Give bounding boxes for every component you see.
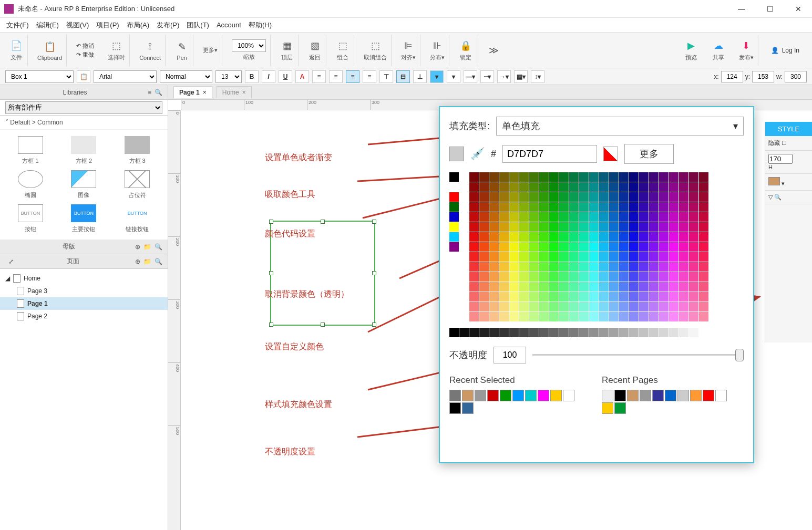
palette-swatch[interactable]	[659, 312, 669, 321]
palette-swatch[interactable]	[469, 222, 479, 232]
bullets-button[interactable]: ≡	[312, 70, 326, 83]
palette-swatch[interactable]	[629, 292, 639, 302]
palette-swatch[interactable]	[659, 292, 669, 302]
palette-swatch[interactable]	[629, 212, 639, 222]
palette-swatch[interactable]	[469, 172, 479, 182]
palette-swatch[interactable]	[589, 192, 599, 202]
palette-swatch[interactable]	[639, 252, 649, 262]
login-button[interactable]: 👤 Log In	[764, 47, 807, 54]
gray-swatch[interactable]	[509, 328, 519, 337]
palette-swatch[interactable]	[619, 252, 629, 262]
palette-swatch[interactable]	[649, 312, 659, 321]
palette-swatch[interactable]	[509, 242, 519, 252]
palette-swatch[interactable]	[609, 262, 619, 272]
palette-swatch[interactable]	[639, 242, 649, 252]
palette-swatch[interactable]	[599, 172, 609, 182]
palette-swatch[interactable]	[629, 232, 639, 242]
pages-collapse-icon[interactable]: ⤢	[8, 258, 14, 265]
palette-swatch[interactable]	[519, 222, 529, 232]
widget-button[interactable]: BUTTON按钮	[6, 204, 55, 233]
palette-swatch[interactable]	[559, 242, 569, 252]
palette-swatch[interactable]	[619, 172, 629, 182]
palette-swatch[interactable]	[519, 212, 529, 222]
palette-swatch[interactable]	[699, 292, 708, 302]
tab-home[interactable]: Home ×	[217, 86, 252, 98]
palette-swatch[interactable]	[619, 272, 629, 282]
h-input[interactable]	[768, 154, 793, 164]
palette-swatch[interactable]	[639, 272, 649, 282]
palette-swatch[interactable]	[609, 182, 619, 192]
valign-mid-button[interactable]: ⊟	[396, 70, 410, 83]
palette-swatch[interactable]	[519, 312, 529, 321]
palette-swatch[interactable]	[489, 262, 499, 272]
widget-placeholder[interactable]: 占位符	[113, 170, 161, 199]
recent-swatch[interactable]	[602, 390, 613, 401]
palette-swatch[interactable]	[539, 272, 549, 282]
recent-swatch[interactable]	[614, 390, 626, 401]
current-color-swatch[interactable]	[449, 147, 464, 161]
palette-swatch[interactable]	[679, 242, 688, 252]
palette-swatch[interactable]	[659, 182, 669, 192]
recent-swatch[interactable]	[550, 390, 562, 401]
palette-swatch[interactable]	[569, 302, 579, 311]
tool-ungroup[interactable]: ⬚取消组合	[359, 35, 392, 66]
palette-swatch[interactable]	[539, 302, 549, 311]
recent-swatch[interactable]	[602, 402, 613, 414]
palette-swatch[interactable]	[489, 202, 499, 212]
tree-page3[interactable]: Page 3	[0, 285, 168, 297]
palette-swatch[interactable]	[519, 232, 529, 242]
palette-swatch[interactable]	[649, 192, 659, 202]
palette-swatch[interactable]	[529, 202, 539, 212]
palette-swatch[interactable]	[609, 242, 619, 252]
palette-swatch[interactable]	[499, 182, 509, 192]
palette-swatch[interactable]	[609, 202, 619, 212]
tool-distribute[interactable]: ⊪分布▾	[426, 35, 449, 66]
recent-swatch[interactable]	[462, 390, 474, 401]
palette-swatch[interactable]	[559, 172, 569, 182]
palette-swatch[interactable]	[619, 242, 629, 252]
recent-swatch[interactable]	[627, 390, 639, 401]
palette-swatch[interactable]	[549, 282, 559, 292]
master-add-icon[interactable]: ⊕	[135, 243, 140, 251]
palette-swatch[interactable]	[619, 312, 629, 321]
palette-swatch[interactable]	[529, 292, 539, 302]
palette-swatch[interactable]	[499, 202, 509, 212]
palette-swatch[interactable]	[589, 302, 599, 311]
palette-swatch[interactable]	[599, 262, 609, 272]
palette-swatch[interactable]	[569, 212, 579, 222]
palette-swatch[interactable]	[639, 292, 649, 302]
valign-bot-button[interactable]: ⊥	[413, 70, 427, 83]
palette-swatch[interactable]	[529, 182, 539, 192]
palette-swatch[interactable]	[579, 262, 589, 272]
palette-swatch[interactable]	[659, 172, 669, 182]
palette-swatch[interactable]	[509, 232, 519, 242]
underline-button[interactable]: U	[279, 70, 292, 83]
recent-swatch[interactable]	[525, 390, 537, 401]
palette-swatch[interactable]	[509, 212, 519, 222]
tool-connect[interactable]: ⟟Connect	[135, 35, 166, 66]
palette-swatch[interactable]	[609, 172, 619, 182]
palette-swatch[interactable]	[679, 302, 688, 311]
palette-swatch[interactable]	[469, 202, 479, 212]
palette-swatch[interactable]	[659, 192, 669, 202]
palette-swatch[interactable]	[499, 242, 509, 252]
weight-select[interactable]: Normal	[160, 70, 212, 83]
recent-swatch[interactable]	[665, 390, 676, 401]
tool-zoom[interactable]: 100% 缩放	[228, 35, 271, 66]
palette-swatch[interactable]	[699, 182, 708, 192]
palette-swatch[interactable]	[639, 312, 649, 321]
recent-swatch[interactable]	[640, 390, 651, 401]
palette-swatch[interactable]	[479, 222, 489, 232]
palette-swatch[interactable]	[549, 192, 559, 202]
palette-swatch[interactable]	[549, 272, 559, 282]
palette-swatch[interactable]	[509, 202, 519, 212]
palette-swatch[interactable]	[549, 252, 559, 262]
palette-swatch[interactable]	[479, 202, 489, 212]
palette-swatch[interactable]	[509, 272, 519, 282]
palette-swatch[interactable]	[539, 172, 549, 182]
palette-swatch[interactable]	[589, 312, 599, 321]
palette-swatch[interactable]	[519, 292, 529, 302]
palette-swatch[interactable]	[599, 252, 609, 262]
palette-swatch[interactable]	[529, 262, 539, 272]
palette-swatch[interactable]	[599, 282, 609, 292]
